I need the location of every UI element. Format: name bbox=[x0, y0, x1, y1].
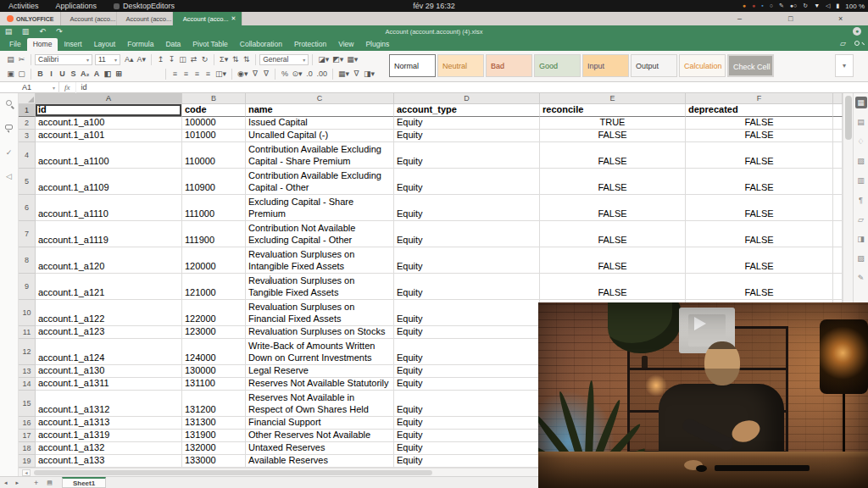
cell-D13[interactable]: Equity bbox=[394, 365, 540, 378]
cell-partial-8[interactable] bbox=[833, 247, 843, 274]
row-header-6[interactable]: 6 bbox=[19, 195, 36, 221]
formula-content[interactable]: id bbox=[76, 83, 92, 92]
row-header-18[interactable]: 18 bbox=[19, 442, 36, 455]
cell-F6[interactable]: FALSE bbox=[686, 195, 833, 221]
undo-icon[interactable]: ↶ bbox=[34, 25, 51, 37]
cell-E3[interactable]: FALSE bbox=[540, 130, 686, 142]
cell-A3[interactable]: account.1_a101 bbox=[36, 130, 182, 142]
cell-D17[interactable]: Equity bbox=[394, 430, 540, 442]
document-tab-3-active[interactable]: Account (acco... ✕ bbox=[173, 12, 242, 25]
ribbon-search-icon[interactable] bbox=[854, 39, 863, 47]
font-color-icon[interactable]: A bbox=[92, 69, 103, 78]
row-header-12[interactable]: 12 bbox=[19, 339, 36, 365]
row-header-2[interactable]: 2 bbox=[19, 117, 36, 130]
signature-settings-icon[interactable]: ✎ bbox=[855, 272, 867, 284]
clear-filter-icon[interactable]: ∇ bbox=[260, 69, 271, 78]
sync-indicator-icon[interactable]: ↻ bbox=[803, 0, 808, 12]
row-header-15[interactable]: 15 bbox=[19, 391, 36, 417]
row-header-17[interactable]: 17 bbox=[19, 430, 36, 442]
cell-E5[interactable]: FALSE bbox=[540, 169, 686, 195]
app-indicator-blue-icon[interactable]: ▪ bbox=[761, 0, 763, 12]
chart-settings-icon[interactable]: ▥ bbox=[855, 175, 867, 186]
toggle-indicator-icon[interactable]: ●○ bbox=[790, 0, 797, 12]
clear-icon[interactable]: ◩▾ bbox=[331, 55, 345, 64]
cell-E1[interactable]: reconcile bbox=[540, 104, 686, 117]
close-button[interactable]: × bbox=[838, 12, 843, 25]
style-good[interactable]: Good bbox=[534, 54, 581, 77]
cell-C15[interactable]: Reserves Not Available in Respect of Own… bbox=[246, 391, 394, 417]
tab-formula[interactable]: Formula bbox=[121, 38, 159, 51]
cell-B17[interactable]: 131900 bbox=[182, 430, 246, 442]
cell-A13[interactable]: account.1_a130 bbox=[36, 365, 182, 378]
row-header-3[interactable]: 3 bbox=[19, 130, 36, 142]
cell-D15[interactable]: Equity bbox=[394, 391, 540, 417]
maximize-button[interactable]: □ bbox=[788, 12, 793, 25]
column-header-F[interactable]: F bbox=[686, 93, 833, 104]
shape-settings-icon[interactable]: ♢ bbox=[855, 136, 867, 147]
cell-A15[interactable]: account.1_a1312 bbox=[36, 391, 182, 417]
cell-E9[interactable]: FALSE bbox=[540, 274, 686, 300]
subscript-icon[interactable]: A₂ bbox=[79, 69, 92, 78]
style-gallery-more-button[interactable]: ▾ bbox=[835, 54, 854, 77]
spellcheck-icon[interactable]: ✓ bbox=[4, 147, 14, 158]
tab-plugins[interactable]: Plugins bbox=[359, 38, 395, 51]
row-header-14[interactable]: 14 bbox=[19, 378, 36, 391]
table-settings-icon[interactable]: ▤ bbox=[855, 116, 867, 128]
cell-B7[interactable]: 111900 bbox=[182, 221, 246, 247]
wifi-icon[interactable]: ▼ bbox=[814, 0, 820, 12]
align-top-icon[interactable]: ↥ bbox=[155, 55, 166, 64]
document-tab-2[interactable]: Account (acco... bbox=[117, 12, 173, 25]
cell-D6[interactable]: Equity bbox=[394, 195, 540, 221]
style-input[interactable]: Input bbox=[582, 54, 629, 77]
align-middle-icon[interactable]: ↧ bbox=[166, 55, 177, 64]
cell-C4[interactable]: Contribution Available Excluding Capital… bbox=[246, 142, 394, 169]
cell-B13[interactable]: 130000 bbox=[182, 365, 246, 378]
cell-D18[interactable]: Equity bbox=[394, 442, 540, 455]
funnel-icon[interactable]: ∇ bbox=[351, 69, 362, 78]
tab-layout[interactable]: Layout bbox=[88, 38, 122, 51]
underline-icon[interactable]: U bbox=[57, 69, 68, 78]
font-name-select[interactable]: Calibri▾ bbox=[35, 54, 92, 65]
user-avatar[interactable]: ● bbox=[853, 27, 861, 36]
cell-C11[interactable]: Revaluation Surpluses on Stocks bbox=[246, 326, 394, 339]
cell-B14[interactable]: 131100 bbox=[182, 378, 246, 391]
cell-name-box[interactable]: A1▾ bbox=[19, 82, 59, 93]
paste-icon[interactable]: ▣ bbox=[5, 69, 16, 78]
cell-F7[interactable]: FALSE bbox=[686, 221, 833, 247]
borders-icon[interactable]: ⊞ bbox=[114, 69, 125, 78]
cell-A18[interactable]: account.1_a132 bbox=[36, 442, 182, 455]
sheet-tab-sheet1[interactable]: Sheet1 bbox=[62, 477, 106, 488]
cell-A2[interactable]: account.1_a100 bbox=[36, 117, 182, 130]
cell-partial-9[interactable] bbox=[833, 274, 843, 300]
feedback-icon[interactable]: ◁ bbox=[4, 171, 14, 181]
cell-A7[interactable]: account.1_a1119 bbox=[36, 221, 182, 247]
column-header-D[interactable]: D bbox=[394, 93, 540, 104]
percent-style-icon[interactable]: % bbox=[279, 69, 290, 78]
cell-A6[interactable]: account.1_a1110 bbox=[36, 195, 182, 221]
cell-E7[interactable]: FALSE bbox=[540, 221, 686, 247]
cell-B10[interactable]: 122000 bbox=[182, 300, 246, 326]
row-header-4[interactable]: 4 bbox=[19, 142, 36, 169]
style-calculation[interactable]: Calculation bbox=[679, 54, 726, 77]
row-header-5[interactable]: 5 bbox=[19, 169, 36, 195]
column-header-B[interactable]: B bbox=[182, 93, 246, 104]
cell-E8[interactable]: FALSE bbox=[540, 247, 686, 274]
image-settings-icon[interactable]: ▧ bbox=[855, 155, 867, 167]
cell-C8[interactable]: Revaluation Surpluses on Intangible Fixe… bbox=[246, 247, 394, 274]
row-header-7[interactable]: 7 bbox=[19, 221, 36, 247]
volume-icon[interactable]: ◁ bbox=[826, 0, 830, 12]
cell-F3[interactable]: FALSE bbox=[686, 130, 833, 142]
cell-partial-5[interactable] bbox=[833, 169, 843, 195]
cell-C7[interactable]: Contribution Not Available Excluding Cap… bbox=[246, 221, 394, 247]
cell-D14[interactable]: Equity bbox=[394, 378, 540, 391]
cell-B3[interactable]: 101000 bbox=[182, 130, 246, 142]
row-header-11[interactable]: 11 bbox=[19, 326, 36, 339]
cell-A10[interactable]: account.1_a122 bbox=[36, 300, 182, 326]
app-indicator-red-icon[interactable]: ● bbox=[752, 0, 755, 12]
cell-A1[interactable]: id bbox=[36, 104, 182, 117]
cell-D19[interactable]: Equity bbox=[394, 455, 540, 468]
accounting-style-icon[interactable]: ⊙▾ bbox=[290, 69, 303, 78]
cell-B8[interactable]: 120000 bbox=[182, 247, 246, 274]
cell-C3[interactable]: Uncalled Capital (-) bbox=[246, 130, 394, 142]
column-header-E[interactable]: E bbox=[540, 93, 686, 104]
